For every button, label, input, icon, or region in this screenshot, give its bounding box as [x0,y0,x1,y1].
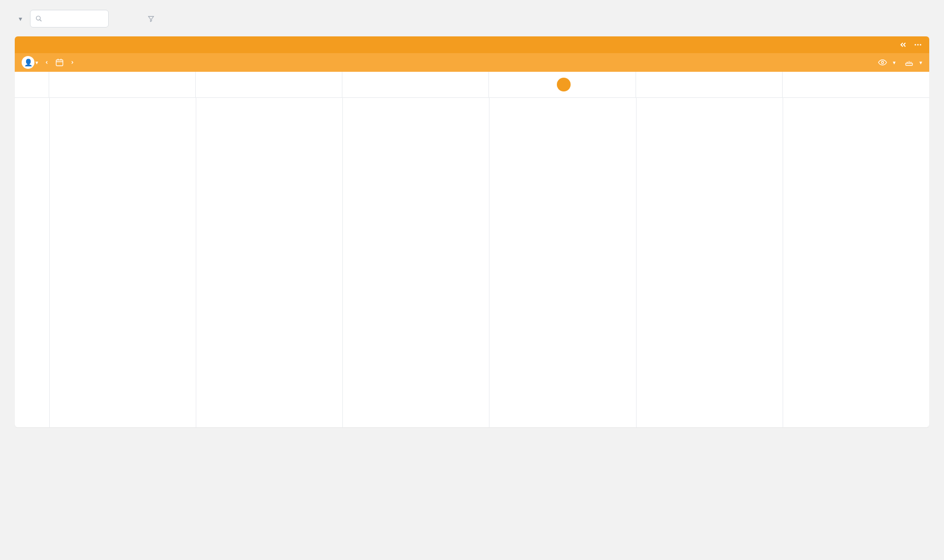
search-input[interactable] [46,15,140,23]
day-header-tue[interactable] [196,72,342,97]
svg-point-8 [920,44,921,46]
filter-icon[interactable] [148,15,154,22]
more-icon[interactable] [914,40,922,49]
find-box[interactable] [30,10,109,28]
day-header-wed[interactable] [342,72,489,97]
day-col-wed[interactable] [342,98,489,427]
avatar: 👤 [22,56,34,69]
chevron-down-icon: ▾ [893,59,896,66]
page-title: ▾ [15,15,22,23]
view-mode-selector[interactable]: ▾ [878,58,896,67]
day-header-mon[interactable] [49,72,196,97]
svg-rect-9 [56,60,63,66]
day-col-tue[interactable] [196,98,342,427]
user-selector[interactable]: 👤 ▾ [22,56,38,69]
chevron-down-icon: ▾ [35,59,38,66]
day-col-sat[interactable] [783,98,929,427]
chevron-down-icon: ▾ [919,59,922,66]
collapse-icon[interactable] [899,40,908,49]
eye-icon [878,58,887,67]
calendar [15,72,929,427]
interval-selector[interactable]: ▾ [905,58,922,67]
day-header-fri[interactable] [636,72,783,97]
svg-line-1 [40,20,42,22]
svg-point-6 [914,44,916,46]
planner-panel: 👤 ▾ ▾ ▾ [15,36,929,427]
svg-point-7 [917,44,919,46]
svg-rect-14 [906,63,913,66]
calendar-icon[interactable] [55,58,64,67]
day-header-sat[interactable] [783,72,929,97]
today-badge [557,78,571,91]
calendar-grid[interactable] [15,98,929,427]
ruler-icon [905,58,914,67]
day-header-thu[interactable] [489,72,636,97]
day-col-thu[interactable] [489,98,636,427]
title-dropdown-caret[interactable]: ▾ [19,15,22,23]
time-column [15,98,49,427]
time-col-header [15,72,49,97]
day-header-row [15,72,929,98]
prev-week-button[interactable] [42,59,51,66]
svg-marker-2 [149,16,154,22]
day-col-mon[interactable] [49,98,196,427]
day-col-fri[interactable] [636,98,783,427]
next-week-button[interactable] [68,59,77,66]
panel-header [15,36,929,53]
search-icon [35,15,42,22]
svg-point-0 [36,16,40,20]
sub-header: 👤 ▾ ▾ ▾ [15,53,929,72]
svg-point-13 [882,61,884,64]
